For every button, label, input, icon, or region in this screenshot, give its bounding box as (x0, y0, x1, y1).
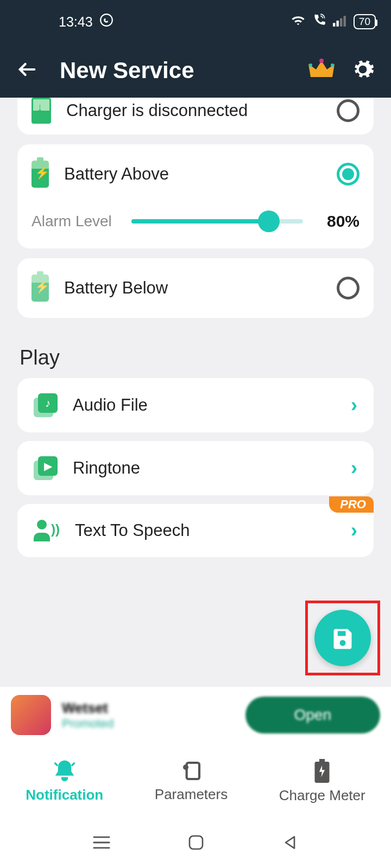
audio-file-icon: ♪ (34, 393, 58, 417)
option-charger-disconnected[interactable]: Charger is disconnected (17, 98, 374, 135)
chevron-right-icon: › (351, 457, 357, 480)
save-fab[interactable] (314, 610, 371, 666)
alarm-level-slider[interactable] (131, 210, 303, 232)
svg-point-6 (309, 63, 312, 67)
option-label: Battery Below (64, 278, 321, 298)
svg-point-5 (319, 59, 324, 63)
status-time: 13:43 (59, 14, 93, 30)
text-to-speech-icon: )) (34, 520, 60, 541)
wifi-icon (291, 14, 306, 30)
ad-text: Wetset Promoted (62, 700, 235, 731)
svg-rect-3 (340, 18, 342, 26)
settings-icon[interactable] (351, 58, 375, 84)
chevron-right-icon: › (351, 519, 357, 542)
chevron-right-icon: › (351, 394, 357, 417)
play-audio-file[interactable]: ♪ Audio File › (17, 378, 374, 432)
play-text-to-speech[interactable]: PRO )) Text To Speech › (17, 504, 374, 557)
play-ringtone[interactable]: ▶ Ringtone › (17, 441, 374, 495)
radio-unchecked[interactable] (337, 277, 360, 299)
ad-open-button[interactable]: Open (245, 697, 381, 733)
pro-badge: PRO (329, 496, 374, 513)
option-label: Battery Above (64, 164, 321, 184)
content-area: Charger is disconnected Battery Above Al… (0, 98, 391, 686)
radio-unchecked[interactable] (337, 99, 360, 122)
page-title: New Service (60, 58, 292, 84)
charger-disconnected-icon (31, 98, 51, 124)
svg-rect-1 (333, 23, 335, 27)
radio-checked[interactable] (337, 163, 360, 186)
play-label: Text To Speech (75, 521, 336, 540)
ringtone-icon: ▶ (34, 456, 58, 480)
option-battery-above[interactable]: Battery Above Alarm Level 80% (17, 144, 374, 248)
home-button[interactable] (187, 834, 205, 853)
play-label: Audio File (73, 395, 336, 415)
whatsapp-icon (99, 13, 113, 30)
ad-title: Wetset (62, 700, 235, 717)
ad-banner[interactable]: Wetset Promoted Open (0, 686, 391, 743)
nav-charge-meter[interactable]: Charge Meter (279, 759, 365, 804)
svg-rect-12 (190, 836, 203, 849)
status-bar: 13:43 70 (0, 0, 391, 43)
battery-charging-icon (31, 161, 49, 188)
system-nav (0, 819, 391, 868)
svg-point-0 (100, 14, 112, 26)
nav-parameters[interactable]: Parameters (155, 760, 228, 803)
ad-subtitle: Promoted (62, 717, 235, 731)
battery-indicator: 70 (354, 14, 376, 29)
alarm-level-row: Alarm Level 80% (31, 210, 360, 232)
option-label: Charger is disconnected (66, 101, 321, 120)
battery-low-icon (31, 275, 49, 302)
section-play-title: Play (20, 346, 374, 369)
back-system-button[interactable] (281, 834, 299, 853)
svg-rect-11 (319, 759, 325, 762)
svg-rect-2 (336, 21, 338, 27)
nav-label: Notification (26, 787, 103, 803)
recent-apps-button[interactable] (92, 835, 111, 852)
slider-label: Alarm Level (31, 213, 118, 230)
svg-rect-8 (187, 763, 199, 779)
svg-rect-4 (343, 16, 345, 27)
signal-icon (333, 14, 347, 30)
fab-highlight (305, 601, 380, 675)
bottom-nav: Notification Parameters Charge Meter (0, 743, 391, 819)
nav-label: Parameters (155, 786, 228, 803)
crown-icon[interactable] (308, 59, 335, 82)
app-bar: New Service (0, 43, 391, 98)
play-label: Ringtone (73, 458, 336, 478)
wifi-calling-icon (312, 13, 326, 30)
nav-notification[interactable]: Notification (26, 760, 103, 803)
ad-app-icon (11, 695, 51, 735)
nav-label: Charge Meter (279, 787, 365, 804)
battery-pct: 70 (359, 16, 370, 28)
svg-point-9 (183, 764, 188, 770)
back-button[interactable] (16, 59, 38, 82)
slider-value: 80% (316, 212, 360, 231)
svg-point-7 (331, 63, 334, 67)
option-battery-below[interactable]: Battery Below (17, 258, 374, 318)
